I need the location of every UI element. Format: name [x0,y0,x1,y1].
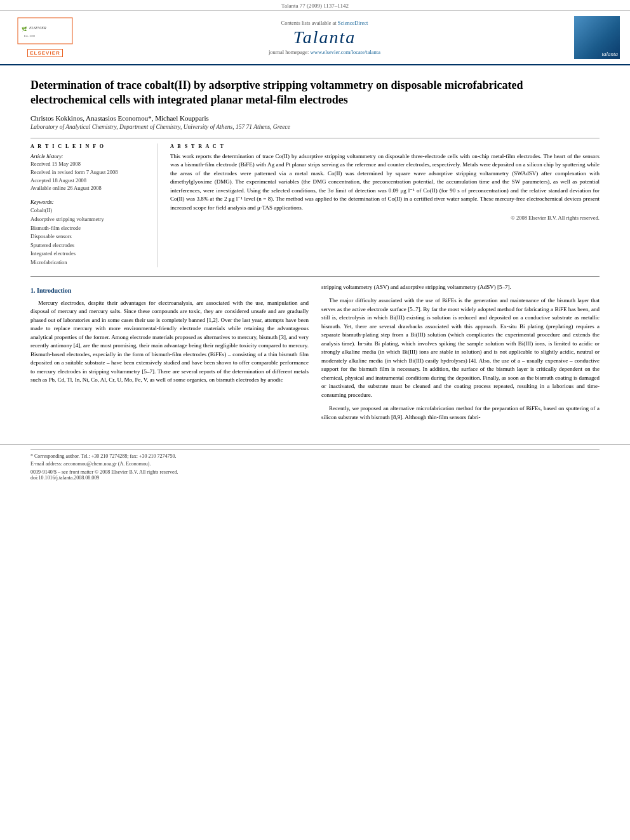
keyword-1: Cobalt(II) [30,206,149,215]
intro-paragraph-3: The major difficulty associated with the… [321,297,600,399]
intro-paragraph-4: Recently, we proposed an alternative mic… [321,404,600,422]
talanta-logo-text: talanta [601,51,618,57]
copyright-text: © 2008 Elsevier B.V. All rights reserved… [170,215,600,221]
svg-text:Est. 1580: Est. 1580 [24,34,36,37]
article-authors: Christos Kokkinos, Anastasios Economou*,… [30,114,600,122]
article-info-column: A R T I C L E I N F O Article history: R… [30,143,158,267]
keyword-2: Adsorptive stripping voltammetry [30,215,149,224]
intro-paragraph-2: stripping voltammetry (ASV) and adsorpti… [321,283,600,292]
available-date: Available online 26 August 2008 [30,185,149,192]
elsevier-tree-icon: 🌿 ELSEVIER Est. 1580 [17,17,74,45]
publisher-logo-area: 🌿 ELSEVIER Est. 1580 ELSEVIER [10,17,80,58]
keywords-title: Keywords: [30,199,149,205]
info-abstract-section: A R T I C L E I N F O Article history: R… [30,138,600,267]
body-two-column: 1. Introduction Mercury electrodes, desp… [30,283,600,427]
received-date: Received 15 May 2008 [30,161,149,168]
journal-citation-bar: Talanta 77 (2009) 1137–1142 [0,0,630,11]
abstract-text: This work reports the determination of t… [170,152,600,213]
intro-paragraph-1: Mercury electrodes, despite their advant… [30,299,309,385]
article-info-label: A R T I C L E I N F O [30,143,149,149]
journal-logo-area: talanta [569,16,620,59]
keyword-6: Integrated electrodes [30,250,149,258]
article-title: Determination of trace cobalt(II) by ads… [30,78,600,108]
email-note: E-mail address: aeconomou@chem.uoa.gr (A… [30,460,600,468]
svg-text:🌿: 🌿 [22,26,27,32]
corresponding-author-note: * Corresponding author. Tel.: +30 210 72… [30,453,600,460]
section-divider [30,276,600,277]
keyword-3: Bismuth-film electrode [30,224,149,233]
keyword-5: Sputtered electrodes [30,241,149,250]
article-affiliation: Laboratory of Analytical Chemistry, Depa… [30,124,600,130]
footer-ids: 0039-9140/$ – see front matter © 2008 El… [30,469,600,481]
sciencedirect-link[interactable]: ScienceDirect [338,20,368,26]
elsevier-text: ELSEVIER [27,49,63,57]
journal-header: 🌿 ELSEVIER Est. 1580 ELSEVIER Contents l… [0,11,630,65]
keywords-list: Cobalt(II) Adsorptive stripping voltamme… [30,206,149,267]
footer-divider [30,449,600,450]
revised-date: Received in revised form 7 August 2008 [30,169,149,177]
history-title: Article history: [30,153,149,159]
journal-name: Talanta [86,27,563,48]
sciencedirect-notice: Contents lists available at ScienceDirec… [86,20,563,26]
journal-citation: Talanta 77 (2009) 1137–1142 [281,3,349,9]
doi-text: doi:10.1016/j.talanta.2008.08.009 [30,475,99,481]
body-right-column: stripping voltammetry (ASV) and adsorpti… [321,283,600,427]
body-left-column: 1. Introduction Mercury electrodes, desp… [30,283,309,427]
article-footer: * Corresponding author. Tel.: +30 210 72… [0,444,630,486]
keyword-4: Disposable sensors [30,232,149,241]
journal-homepage: journal homepage: www.elsevier.com/locat… [86,49,563,55]
homepage-url[interactable]: www.elsevier.com/locate/talanta [311,49,380,55]
accepted-date: Accepted 18 August 2008 [30,177,149,185]
introduction-heading: 1. Introduction [30,286,309,295]
abstract-column: A B S T R A C T This work reports the de… [170,143,600,267]
abstract-label: A B S T R A C T [170,143,600,149]
journal-title-area: Contents lists available at ScienceDirec… [86,20,563,55]
svg-text:ELSEVIER: ELSEVIER [29,26,46,30]
talanta-logo: talanta [574,16,620,59]
keyword-7: Microfabrication [30,258,149,267]
issn-text: 0039-9140/$ – see front matter © 2008 El… [30,469,178,475]
article-content: Determination of trace cobalt(II) by ads… [0,65,630,437]
